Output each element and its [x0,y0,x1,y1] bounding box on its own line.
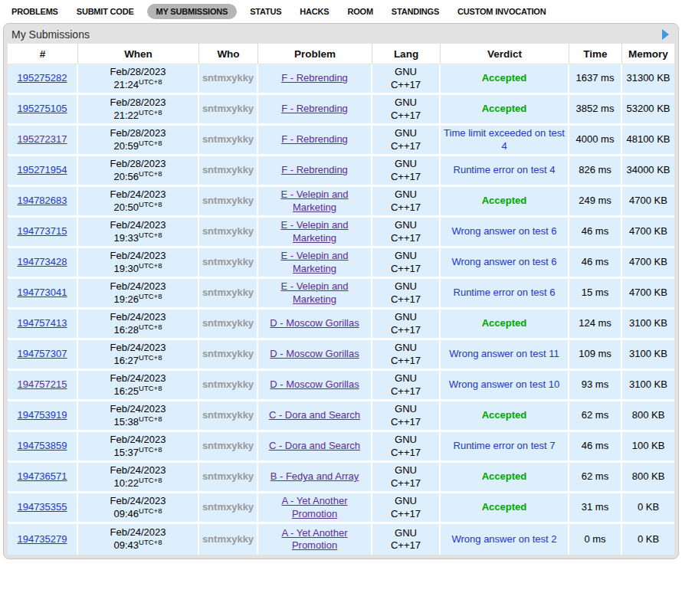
problem-link[interactable]: F - Rebrending [281,133,348,145]
username-link[interactable]: sntmxykky [202,317,254,329]
submission-id-link[interactable]: 195271954 [17,164,67,175]
problem-link[interactable]: D - Moscow Gorillas [270,348,359,359]
nav-item-room[interactable]: ROOM [342,4,378,19]
problem-link[interactable]: F - Rebrending [281,164,348,175]
submission-id-cell: 194782683 [8,187,78,218]
username-link[interactable]: sntmxykky [202,470,254,482]
right-arrow-icon[interactable] [662,29,669,40]
submission-id-cell: 194773041 [8,279,78,310]
submission-id-link[interactable]: 194757413 [17,317,67,329]
problem-link[interactable]: B - Fedya and Array [271,470,359,482]
memory-cell: 4700 KB [622,187,674,218]
problem-link[interactable]: E - Velepin and Marketing [280,219,348,243]
submission-id-link[interactable]: 194753919 [17,409,67,421]
submission-id-link[interactable]: 194773041 [17,287,67,298]
problem-link[interactable]: F - Rebrending [281,103,348,114]
submission-id-link[interactable]: 194735279 [17,533,67,545]
submission-id-link[interactable]: 194773715 [17,225,67,237]
verdict-link[interactable]: Time limit exceeded on test 4 [443,127,566,152]
verdict-link[interactable]: Accepted [482,195,527,207]
problem-link[interactable]: D - Moscow Gorillas [270,378,359,390]
who-cell: sntmxykky [199,401,258,432]
lang-cell: GNU C++17 [372,126,441,156]
submission-date: Feb/24/2023 [80,311,195,324]
timezone-label: UTC+8 [139,199,162,208]
problem-link[interactable]: E - Velepin and Marketing [280,280,348,304]
submission-date: Feb/24/2023 [80,495,195,508]
nav-item-status[interactable]: STATUS [244,4,287,19]
lang-cell: GNU C++17 [372,64,441,95]
memory-cell: 53200 KB [622,95,674,126]
username-link[interactable]: sntmxykky [202,348,254,359]
table-row: 194736571 Feb/24/2023 10:22UTC+8 sntmxyk… [8,463,674,493]
submission-id-link[interactable]: 195275282 [17,72,67,84]
lang-cell: GNU C++17 [372,432,441,463]
verdict-link[interactable]: Accepted [482,501,527,513]
username-link[interactable]: sntmxykky [202,409,254,421]
username-link[interactable]: sntmxykky [202,225,254,237]
language-label: GNU C++17 [386,97,426,122]
verdict-link[interactable]: Accepted [482,409,527,421]
nav-item-my-submissions[interactable]: MY SUBMISSIONS [147,4,238,19]
problem-link[interactable]: E - Velepin and Marketing [280,188,348,212]
submission-date: Feb/28/2023 [80,66,195,79]
when-cell: Feb/24/2023 19:26UTC+8 [78,279,199,310]
verdict-link[interactable]: Wrong answer on test 11 [449,348,559,360]
submission-id-link[interactable]: 194757215 [17,378,67,390]
problem-link[interactable]: C - Dora and Search [269,440,360,451]
problem-link[interactable]: E - Velepin and Marketing [280,250,348,274]
problem-link[interactable]: A - Yet Another Promotion [281,527,347,551]
table-row: 195271954 Feb/28/2023 20:56UTC+8 sntmxyk… [8,156,674,187]
nav-item-custom-invocation[interactable]: CUSTOM INVOCATION [452,4,551,19]
username-link[interactable]: sntmxykky [202,133,254,145]
verdict-link[interactable]: Wrong answer on test 10 [449,378,559,391]
verdict-link[interactable]: Accepted [482,72,527,84]
nav-item-problems[interactable]: PROBLEMS [6,4,64,19]
submission-id-link[interactable]: 195272317 [17,133,67,145]
problem-link[interactable]: D - Moscow Gorillas [270,317,359,329]
verdict-link[interactable]: Runtime error on test 7 [454,440,556,452]
submission-id-link[interactable]: 194782683 [17,195,67,206]
problem-link[interactable]: A - Yet Another Promotion [281,495,347,519]
when-cell: Feb/24/2023 19:33UTC+8 [78,218,199,248]
verdict-cell: Accepted [441,493,569,524]
submission-id-link[interactable]: 194757307 [17,348,67,359]
verdict-link[interactable]: Accepted [482,317,527,329]
username-link[interactable]: sntmxykky [202,378,254,390]
verdict-link[interactable]: Accepted [482,470,527,483]
verdict-link[interactable]: Wrong answer on test 6 [451,225,556,238]
problem-link[interactable]: F - Rebrending [281,72,348,84]
when-cell: Feb/24/2023 15:37UTC+8 [78,432,199,463]
username-link[interactable]: sntmxykky [202,164,254,175]
submission-id-link[interactable]: 194753859 [17,440,67,451]
submission-date: Feb/24/2023 [80,280,195,293]
submission-id-link[interactable]: 194736571 [17,470,67,482]
timezone-label: UTC+8 [139,444,162,453]
nav-item-hacks[interactable]: HACKS [294,4,334,19]
verdict-link[interactable]: Runtime error on test 6 [454,287,556,299]
username-link[interactable]: sntmxykky [202,501,254,513]
nav-item-submit-code[interactable]: SUBMIT CODE [71,4,139,19]
username-link[interactable]: sntmxykky [202,72,254,84]
verdict-link[interactable]: Wrong answer on test 6 [451,256,556,268]
language-label: GNU C++17 [386,250,426,275]
submission-id-link[interactable]: 194735355 [17,501,67,513]
verdict-link[interactable]: Wrong answer on test 2 [451,533,556,546]
who-cell: sntmxykky [199,156,258,187]
nav-item-standings[interactable]: STANDINGS [386,4,444,19]
time-cell: 31 ms [569,493,622,524]
username-link[interactable]: sntmxykky [202,440,254,451]
verdict-link[interactable]: Runtime error on test 4 [454,164,556,176]
verdict-link[interactable]: Accepted [482,103,527,115]
username-link[interactable]: sntmxykky [202,103,254,114]
username-link[interactable]: sntmxykky [202,195,254,206]
submission-id-link[interactable]: 195275105 [17,103,67,114]
submission-id-cell: 194757215 [8,371,78,401]
who-cell: sntmxykky [199,248,258,279]
username-link[interactable]: sntmxykky [202,256,254,267]
submission-id-link[interactable]: 194773428 [17,256,67,267]
username-link[interactable]: sntmxykky [202,287,254,298]
username-link[interactable]: sntmxykky [202,533,254,545]
problem-link[interactable]: C - Dora and Search [269,409,360,421]
table-row: 195272317 Feb/28/2023 20:59UTC+8 sntmxyk… [8,126,674,156]
